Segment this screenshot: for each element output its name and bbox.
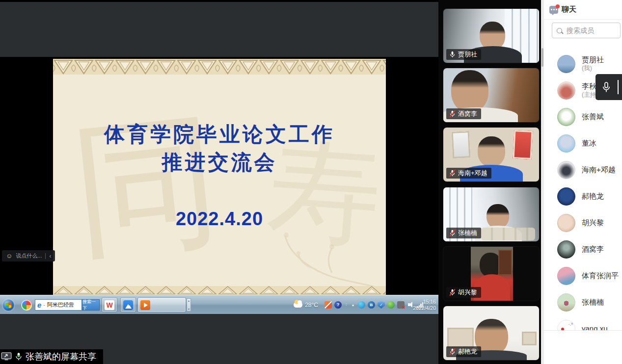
member-name: 张善斌 [582, 112, 604, 121]
member-role: (我) [582, 64, 604, 72]
member-row[interactable]: yang xu [544, 315, 622, 330]
slide-title: 体育学院毕业论文工作 推进交流会 [53, 120, 386, 176]
security-shield-icon[interactable]: ✓ [378, 301, 385, 309]
list-divider [544, 330, 622, 331]
member-avatar [557, 293, 575, 312]
windows-logo-icon [5, 302, 11, 308]
member-row[interactable]: 贾朋社(我) [544, 51, 622, 77]
slide-watermark: 同 [63, 81, 230, 294]
member-avatar [557, 187, 575, 206]
member-row[interactable]: 海南+邓越 [544, 156, 622, 183]
member-search-box[interactable] [552, 23, 621, 38]
chat-prompt-text[interactable]: 说点什么... [16, 252, 42, 260]
member-avatar [557, 320, 575, 331]
member-row[interactable]: 体育张润平 [544, 262, 622, 289]
meeting-app-icon [123, 300, 133, 310]
presentation-taskbar-button-active[interactable] [138, 298, 186, 312]
search-query-text[interactable]: 阿米巴经营 [47, 301, 74, 309]
member-avatar [557, 108, 575, 126]
wps-icon: W [105, 300, 114, 310]
hidden-icons-arrow[interactable]: ▲ [351, 301, 355, 309]
tray-mini-icon[interactable]: ∶ [344, 301, 348, 309]
video-tile[interactable]: 贾朋社 [443, 9, 539, 63]
bluetooth-icon[interactable]: B [368, 301, 375, 309]
member-name: 张楠楠 [582, 298, 604, 307]
clock-time: 15:16 [423, 299, 436, 305]
mic-muted-icon [449, 110, 456, 117]
slide-branch-art [258, 226, 386, 295]
video-column: 贾朋社酒窝李海南+邓越张楠楠胡兴黎郝艳龙 [438, 0, 544, 364]
member-row[interactable]: 张楠楠 [544, 289, 622, 315]
scrollbar-thumb[interactable] [541, 48, 543, 67]
video-tile[interactable]: 郝艳龙 [443, 306, 539, 360]
screen-share-area: 同 寿 体育学院毕业论文工作 推进交流会 2022.4.20 [0, 57, 438, 295]
slide-border-pattern-bottom [53, 286, 386, 295]
member-row[interactable]: 酒窝李 [544, 236, 622, 262]
member-avatar [557, 161, 575, 179]
mic-muted-icon [449, 289, 456, 296]
member-avatar [557, 81, 575, 100]
participant-label: 郝艳龙 [446, 346, 481, 357]
meeting-window: 同 寿 体育学院毕业论文工作 推进交流会 2022.4.20 [0, 0, 622, 364]
emoji-icon[interactable]: ☺ [6, 253, 12, 259]
colorful-app-icon[interactable] [21, 300, 32, 311]
taskbar-toolbar-scroll[interactable]: ▲▼ [187, 298, 191, 312]
taskbar-search-box[interactable]: e - 阿米巴经营 [35, 299, 82, 311]
ie-browser-icon: e [37, 301, 41, 309]
clock-date: 2022/4/20 [413, 305, 436, 312]
participant-name: 郝艳龙 [458, 347, 477, 356]
overlay-divider [618, 80, 619, 94]
slide-title-line2: 推进交流会 [53, 148, 386, 176]
collapse-chevron-icon[interactable]: ‹ [49, 253, 51, 260]
usb-device-icon[interactable] [358, 301, 365, 309]
participant-name: 酒窝李 [458, 109, 477, 118]
query-dash: - [43, 302, 45, 308]
floating-mic-overlay[interactable] [595, 74, 622, 100]
member-avatar [557, 267, 575, 285]
video-tile[interactable]: 张楠楠 [443, 187, 539, 241]
chat-header: 聊天 [544, 0, 622, 20]
participant-label: 张楠楠 [446, 228, 481, 238]
participant-silhouette [480, 253, 501, 277]
mic-muted-icon [449, 230, 456, 236]
video-tile[interactable]: 海南+邓越 [443, 128, 539, 182]
member-row[interactable]: 胡兴黎 [544, 209, 622, 236]
participant-name: 贾朋社 [458, 50, 477, 59]
wps-taskbar-button[interactable]: W [102, 298, 117, 312]
mic-active-icon [15, 352, 23, 361]
mic-icon [601, 81, 611, 93]
member-row[interactable]: 郝艳龙 [544, 183, 622, 209]
windows-start-button[interactable] [2, 299, 14, 311]
slide-date: 2022.4.20 [53, 208, 386, 230]
antivirus-icon[interactable] [387, 301, 395, 309]
search-go-button[interactable]: 搜索一下 [82, 299, 100, 311]
screenshot-tool-icon[interactable] [325, 301, 332, 309]
input-method-icon[interactable]: ? [334, 301, 342, 309]
system-tray: 28°C ? ∶ ▲ B ✓ [294, 295, 425, 314]
participant-label: 海南+邓越 [446, 168, 491, 179]
notification-badge [556, 4, 560, 8]
video-tile[interactable]: 酒窝李 [443, 68, 539, 122]
participant-label: 胡兴黎 [446, 287, 481, 298]
participant-label: 贾朋社 [446, 49, 481, 60]
divider [45, 253, 46, 259]
meeting-app-taskbar-button[interactable] [121, 298, 135, 312]
weather-cloud-icon[interactable] [294, 302, 302, 308]
slide-title-line1: 体育学院毕业论文工作 [53, 120, 386, 148]
weather-temperature[interactable]: 28°C [305, 302, 318, 309]
video-tile[interactable]: 胡兴黎 [443, 247, 539, 301]
search-icon [557, 28, 562, 33]
disconnected-device-icon[interactable] [397, 301, 405, 309]
taskbar-clock[interactable]: 15:16 2022/4/20 [413, 295, 437, 314]
share-top-letterbox [0, 0, 438, 2]
slide-border-pattern-top [53, 59, 386, 75]
member-avatar [557, 240, 575, 259]
presentation-play-icon [140, 300, 150, 310]
member-row[interactable]: 张善斌 [544, 104, 622, 130]
member-row[interactable]: 董冰 [544, 130, 622, 156]
member-avatar [557, 55, 575, 73]
member-avatar [557, 134, 575, 153]
participant-name: 海南+邓越 [458, 169, 487, 178]
member-search-input[interactable] [566, 26, 614, 35]
quick-chat-bubble[interactable]: ☺ 说点什么... ‹ [2, 250, 55, 261]
